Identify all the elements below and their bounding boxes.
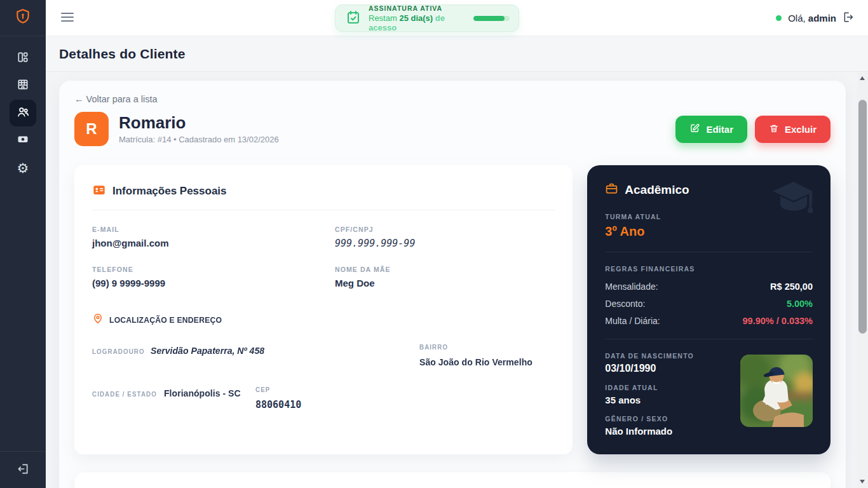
edit-pencil-icon <box>689 123 700 135</box>
turma-value: 3º Ano <box>605 224 813 239</box>
field-email: E-MAIL jhon@gmail.com <box>92 226 335 249</box>
field-city-state: CIDADE / ESTADO Florianópolis - SC <box>92 383 255 410</box>
delete-button[interactable]: Excluir <box>755 116 831 143</box>
user-cluster: Olá, admin <box>776 0 855 36</box>
back-to-list-link[interactable]: ← Voltar para a lista <box>74 94 158 104</box>
vertical-scrollbar[interactable] <box>857 72 868 488</box>
school-building-icon <box>17 78 29 93</box>
scrollbar-down-arrow[interactable] <box>860 480 865 484</box>
hamburger-menu-icon[interactable] <box>61 13 74 24</box>
edit-button[interactable]: Editar <box>675 116 747 143</box>
page-title: Detalhes do Cliente <box>59 46 186 62</box>
location-section: LOCALIZAÇÃO E ENDEREÇO LOGRADOURO Servid… <box>92 313 555 410</box>
subscription-remaining: Restam 25 dia(s) de acesso <box>369 13 473 32</box>
subscription-banner: ASSINATURA ATIVA Restam 25 dia(s) de ace… <box>335 4 519 32</box>
sidebar-item-school[interactable] <box>10 72 36 99</box>
online-status-dot <box>776 15 782 21</box>
map-pin-icon <box>92 313 104 327</box>
sidebar-item-settings[interactable]: ⚙ <box>10 154 36 181</box>
field-cpf: CPF/CNPJ 999.999.999-99 <box>335 226 555 249</box>
client-name: Romario <box>119 114 279 133</box>
logout-button[interactable] <box>843 11 855 26</box>
birth-date-field: DATA DE NASCIMENTO 03/10/1990 <box>605 352 740 374</box>
wallet-icon <box>17 133 29 148</box>
client-photo <box>740 355 813 427</box>
graduation-cap-icon <box>770 178 818 222</box>
sidebar: ⚙ <box>0 0 46 488</box>
sidebar-item-dashboard[interactable] <box>10 45 36 72</box>
subscription-progress-fill <box>473 16 505 21</box>
financial-rules-label: REGRAS FINANCEIRAS <box>605 265 813 273</box>
shield-logo-icon <box>15 8 31 27</box>
page-header: Detalhes do Cliente <box>46 36 868 72</box>
location-title: LOCALIZAÇÃO E ENDEREÇO <box>109 315 222 325</box>
logout-icon <box>17 463 29 478</box>
gender-field: GÊNERO / SEXO Não Informado <box>605 415 740 437</box>
topbar: ASSINATURA ATIVA Restam 25 dia(s) de ace… <box>46 0 868 36</box>
scrollbar-up-arrow[interactable] <box>860 76 865 80</box>
client-meta: Matrícula: #14 • Cadastrado em 13/02/202… <box>119 135 279 144</box>
briefcase-icon <box>605 182 618 198</box>
app-logo[interactable] <box>0 0 46 36</box>
sidebar-item-finance[interactable] <box>10 127 36 154</box>
client-header: R Romario Matrícula: #14 • Cadastrado em… <box>74 112 831 146</box>
field-district: BAIRRO São João do Rio Vermelho <box>419 341 555 368</box>
subscription-status: ASSINATURA ATIVA <box>369 4 473 12</box>
field-phone: TELEFONE (99) 9 9999-9999 <box>92 266 335 288</box>
gear-icon: ⚙ <box>17 161 29 175</box>
age-field: IDADE ATUAL 35 anos <box>605 384 740 405</box>
academic-card: Acadêmico TURMA ATUAL 3º Ano REGRAS FINA… <box>587 165 831 454</box>
field-mother-name: NOME DA MÃE Meg Doe <box>335 266 555 288</box>
discount-row: Desconto: 5.00% <box>605 299 813 309</box>
dashboard-icon <box>17 51 29 66</box>
content-panel: ← Voltar para a lista R Romario Matrícul… <box>59 81 846 488</box>
client-avatar: R <box>74 112 109 146</box>
trash-icon <box>769 123 779 135</box>
user-greeting: Olá, admin <box>788 13 836 24</box>
sidebar-item-clients[interactable] <box>10 100 36 126</box>
academic-title: Acadêmico <box>625 183 689 197</box>
sidebar-logout[interactable] <box>0 451 46 488</box>
personal-info-title: Informações Pessoais <box>112 185 227 198</box>
field-zip: CEP 88060410 <box>255 383 419 410</box>
users-icon <box>17 105 30 121</box>
personal-info-card: Informações Pessoais E-MAIL jhon@gmail.c… <box>74 165 573 454</box>
main-content: ← Voltar para a lista R Romario Matrícul… <box>46 72 857 488</box>
subscription-progress-track <box>473 16 510 21</box>
next-section-card <box>74 472 831 488</box>
scrollbar-thumb[interactable] <box>858 100 867 334</box>
penalty-row: Multa / Diária: 99.90% / 0.033% <box>605 316 813 326</box>
field-street: LOGRADOURO Servidão Papaterra, Nº 458 <box>92 341 419 368</box>
calendar-check-icon <box>346 10 361 27</box>
id-card-icon <box>92 183 106 200</box>
fee-row: Mensalidade: R$ 250,00 <box>605 281 813 292</box>
sidebar-nav: ⚙ <box>0 36 46 181</box>
